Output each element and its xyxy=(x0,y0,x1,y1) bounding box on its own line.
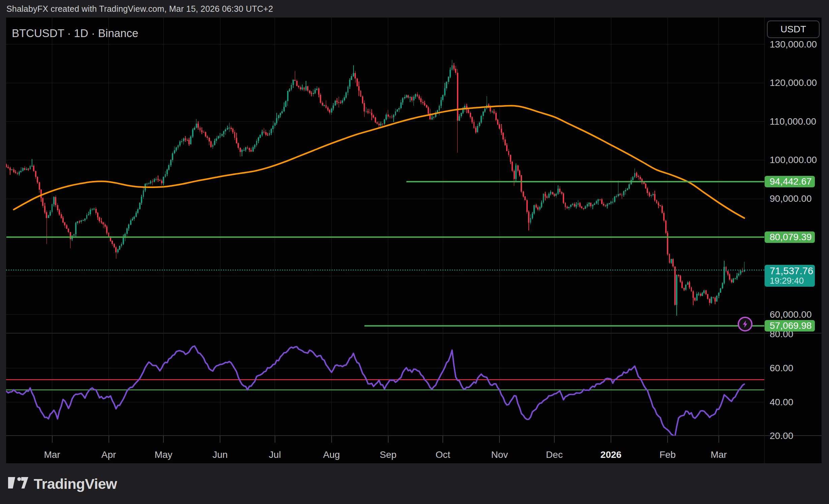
level-price-label: 57,069.98 xyxy=(765,320,815,332)
symbol-title: BTCUSDT · 1D · Binance xyxy=(12,27,138,40)
last-price-label: 71,537.7619:29:40 xyxy=(765,265,815,287)
time-tick-label: Dec xyxy=(546,449,563,460)
tradingview-wordmark: TradingView xyxy=(34,476,117,492)
price-tick-label: 130,000.00 xyxy=(770,39,817,50)
time-tick-label: Jun xyxy=(213,449,228,460)
price-tick-label: 100,000.00 xyxy=(770,155,817,165)
time-tick-label: 2026 xyxy=(601,449,621,460)
indicator-tick-label: 60.00 xyxy=(770,363,793,374)
time-axis[interactable]: MarAprMayJunJulAugSepOctNovDec2026FebMar xyxy=(6,436,822,463)
level-price-label: 80,079.39 xyxy=(765,231,815,243)
time-tick-label: Jul xyxy=(269,449,281,460)
price-chart-canvas[interactable] xyxy=(0,0,829,504)
time-tick-label: May xyxy=(155,449,173,460)
time-tick-label: Apr xyxy=(101,449,116,460)
time-tick-label: Feb xyxy=(659,449,676,460)
price-tick-label: 60,000.00 xyxy=(770,309,812,320)
tradingview-logo[interactable]: TradingView xyxy=(8,476,117,492)
level-price-label: 94,442.67 xyxy=(765,176,815,187)
price-tick-label: 110,000.00 xyxy=(770,116,816,127)
last-price-value: 71,537.76 xyxy=(770,265,815,276)
time-tick-label: Mar xyxy=(711,449,727,460)
tradingview-chart-window: ShalabyFX created with TradingView.com, … xyxy=(0,0,829,504)
watermark-attribution: ShalabyFX created with TradingView.com, … xyxy=(6,4,273,14)
indicator-tick-label: 40.00 xyxy=(770,397,793,408)
time-tick-label: Sep xyxy=(380,449,397,460)
bar-countdown: 19:29:40 xyxy=(770,276,815,285)
lightning-bolt-icon xyxy=(741,320,749,328)
price-axis[interactable]: 130,000.00120,000.00110,000.00100,000.00… xyxy=(764,18,822,436)
time-tick-label: Aug xyxy=(323,449,340,460)
alert-lightning-icon[interactable] xyxy=(738,317,753,332)
price-tick-label: 120,000.00 xyxy=(770,77,817,88)
time-tick-label: Nov xyxy=(491,449,508,460)
time-tick-label: Mar xyxy=(44,449,60,460)
tradingview-logo-icon xyxy=(8,477,28,491)
price-tick-label: 90,000.00 xyxy=(770,193,812,204)
time-tick-label: Oct xyxy=(436,449,451,460)
